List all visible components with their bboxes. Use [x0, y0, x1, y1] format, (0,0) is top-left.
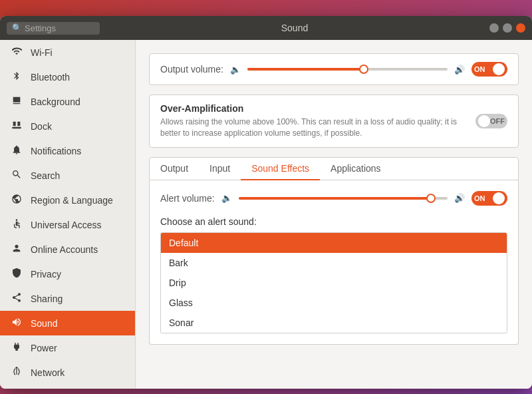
alert-toggle-circle	[493, 192, 505, 204]
alert-volume-fill	[239, 197, 431, 200]
sidebar-item-wifi[interactable]: Wi-Fi	[0, 40, 135, 65]
window-title: Sound	[100, 23, 489, 33]
over-amp-toggle[interactable]: OFF	[475, 114, 507, 128]
sidebar-item-sharing[interactable]: Sharing	[0, 286, 135, 311]
svg-rect-1	[13, 122, 16, 126]
sidebar-item-network[interactable]: Network	[0, 360, 135, 385]
sidebar: Wi-Fi Bluetooth Background Dock	[0, 40, 136, 389]
sidebar-label-background: Background	[31, 97, 80, 107]
output-volume-thumb[interactable]	[359, 65, 368, 74]
sidebar-label-sharing: Sharing	[31, 294, 63, 304]
maximize-button[interactable]	[503, 23, 512, 33]
dock-icon	[11, 120, 23, 132]
sidebar-item-region[interactable]: Region & Language	[0, 188, 135, 212]
minimize-button[interactable]	[489, 23, 499, 33]
alert-toggle[interactable]: ON	[471, 191, 507, 206]
alert-toggle-label: ON	[474, 194, 485, 202]
sidebar-label-bluetooth: Bluetooth	[31, 72, 70, 83]
sidebar-label-wifi: Wi-Fi	[31, 47, 53, 58]
close-button[interactable]	[516, 23, 525, 33]
titlebar: 🔍 Settings Sound	[0, 16, 532, 40]
volume-low-icon: 🔈	[230, 65, 241, 75]
sound-item-sonar[interactable]: Sonar	[161, 313, 507, 333]
sidebar-item-search[interactable]: Search	[0, 163, 135, 188]
alert-volume-row: Alert volume: 🔈 🔊 ON	[160, 191, 507, 206]
titlebar-search-box[interactable]: 🔍 Settings	[7, 22, 100, 35]
window-controls	[489, 23, 525, 33]
sidebar-item-bluetooth[interactable]: Bluetooth	[0, 65, 135, 89]
sound-item-bark[interactable]: Bark	[161, 253, 507, 273]
sidebar-label-online: Online Accounts	[31, 244, 98, 255]
titlebar-search-label: Settings	[25, 23, 56, 33]
power-icon	[11, 341, 23, 354]
wifi-icon	[11, 46, 23, 59]
sidebar-item-universal[interactable]: Universal Access	[0, 212, 135, 237]
tab-output[interactable]: Output	[150, 158, 199, 180]
region-icon	[11, 194, 23, 206]
output-toggle[interactable]: ON	[471, 62, 507, 77]
output-volume-slider[interactable]	[247, 68, 448, 71]
alert-volume-thumb[interactable]	[426, 194, 436, 203]
sidebar-label-dock: Dock	[31, 121, 52, 132]
over-amp-title: Over-Amplification	[160, 103, 465, 114]
search-icon: 🔍	[12, 23, 22, 33]
notifications-icon	[11, 144, 23, 157]
sidebar-item-sound[interactable]: Sound	[0, 311, 135, 335]
privacy-icon	[11, 268, 23, 280]
online-icon	[11, 243, 23, 256]
content-area: Output volume: 🔈 🔊 ON Over-Amplification…	[136, 40, 532, 389]
sidebar-label-power: Power	[31, 343, 57, 353]
choose-sound-label: Choose an alert sound:	[160, 216, 507, 227]
alert-sound-list: Default Bark Drip Glass Sonar	[160, 232, 507, 333]
output-volume-fill	[247, 68, 364, 71]
sidebar-label-search: Search	[31, 170, 60, 181]
alert-volume-slider[interactable]	[239, 197, 448, 200]
universal-icon	[11, 218, 23, 231]
sidebar-item-notifications[interactable]: Notifications	[0, 138, 135, 163]
output-volume-label: Output volume:	[160, 64, 223, 75]
main-layout: Wi-Fi Bluetooth Background Dock	[0, 40, 532, 389]
sidebar-item-dock[interactable]: Dock	[0, 114, 135, 138]
sound-icon	[11, 317, 23, 329]
sidebar-item-privacy[interactable]: Privacy	[0, 262, 135, 286]
output-toggle-label: ON	[474, 65, 485, 73]
sidebar-item-online[interactable]: Online Accounts	[0, 237, 135, 262]
sidebar-item-power[interactable]: Power	[0, 335, 135, 360]
tab-sound-effects[interactable]: Sound Effects	[241, 158, 320, 180]
over-amp-desc: Allows raising the volume above 100%. Th…	[160, 116, 465, 139]
sound-effects-panel: Alert volume: 🔈 🔊 ON Choose an	[149, 180, 519, 345]
settings-window: 🔍 Settings Sound Wi-Fi Bluetooth	[0, 16, 532, 389]
sound-item-default[interactable]: Default	[161, 233, 507, 253]
tabs-container: Output Input Sound Effects Applications	[149, 157, 519, 345]
svg-point-3	[16, 219, 18, 221]
alert-volume-low-icon: 🔈	[221, 193, 232, 203]
svg-rect-0	[12, 127, 21, 129]
alert-volume-label: Alert volume:	[160, 193, 215, 204]
over-amplification-box: Over-Amplification Allows raising the vo…	[149, 95, 519, 148]
search-sidebar-icon	[11, 169, 23, 182]
tab-applications[interactable]: Applications	[320, 158, 392, 180]
sound-item-glass[interactable]: Glass	[161, 293, 507, 313]
sidebar-item-background[interactable]: Background	[0, 89, 135, 114]
sidebar-label-privacy: Privacy	[31, 269, 61, 280]
sidebar-label-network: Network	[31, 367, 65, 378]
tab-input[interactable]: Input	[199, 158, 241, 180]
bluetooth-icon	[11, 71, 23, 83]
sidebar-label-universal: Universal Access	[31, 220, 102, 230]
over-amp-text: Over-Amplification Allows raising the vo…	[160, 103, 465, 139]
output-volume-row: Output volume: 🔈 🔊 ON	[149, 53, 519, 85]
sidebar-label-region: Region & Language	[31, 195, 113, 206]
sound-item-drip[interactable]: Drip	[161, 273, 507, 293]
sidebar-label-notifications: Notifications	[31, 146, 81, 156]
sidebar-item-devices[interactable]: Devices ›	[0, 385, 135, 389]
volume-high-icon: 🔊	[454, 65, 465, 75]
svg-rect-2	[17, 122, 20, 126]
output-toggle-circle	[493, 63, 505, 75]
tabs-row: Output Input Sound Effects Applications	[149, 157, 519, 180]
network-icon	[11, 366, 23, 379]
background-icon	[11, 95, 23, 108]
sharing-icon	[11, 292, 23, 305]
over-amp-toggle-label: OFF	[490, 117, 505, 125]
alert-volume-high-icon: 🔊	[454, 193, 465, 203]
over-amp-toggle-circle	[478, 115, 490, 127]
